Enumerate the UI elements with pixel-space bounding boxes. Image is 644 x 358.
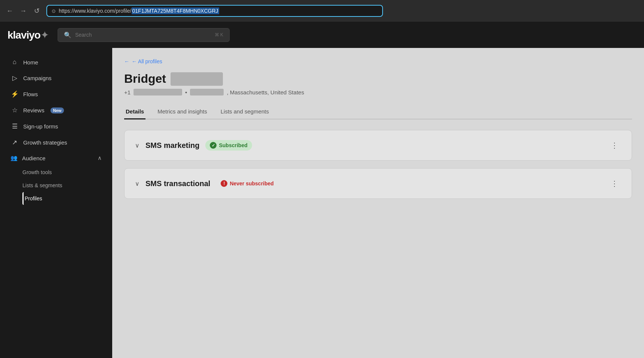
sidebar-item-profiles[interactable]: Profiles: [22, 192, 109, 205]
sms-marketing-card-header[interactable]: ∨ SMS marketing Subscribed ⋮: [125, 130, 632, 160]
sidebar-item-label: Reviews: [23, 107, 45, 113]
profile-name: Bridget: [124, 72, 632, 86]
audience-submenu: Growth tools Lists & segments Profiles: [0, 166, 112, 205]
back-arrow-icon: ←: [124, 58, 129, 64]
meta-separator: •: [185, 89, 187, 95]
profile-tabs: Details Metrics and insights Lists and s…: [124, 104, 632, 119]
card-left: ∨ SMS transactional Never subscribed: [135, 178, 278, 189]
search-input[interactable]: [75, 32, 211, 38]
sidebar-sub-label: Growth tools: [22, 169, 52, 175]
sidebar-sub-label: Profiles: [25, 195, 42, 201]
profile-last-name-blurred: [171, 72, 223, 86]
more-options-button[interactable]: ⋮: [608, 178, 621, 189]
never-subscribed-icon: [221, 180, 227, 187]
search-icon: 🔍: [64, 31, 71, 39]
sms-transactional-card: ∨ SMS transactional Never subscribed ⋮: [124, 168, 632, 199]
back-button[interactable]: ←: [4, 6, 15, 16]
profile-first-name: Bridget: [124, 72, 166, 86]
sidebar-item-growth-strategies[interactable]: ↗ Growth strategies: [3, 135, 109, 150]
address-icon: ⊙: [52, 8, 56, 14]
growth-strategies-icon: ↗: [10, 139, 19, 146]
logo: klaviyo✦: [7, 29, 49, 41]
sidebar-item-label: Home: [23, 59, 38, 66]
profile-location: , Massachusetts, United States: [227, 89, 304, 95]
sidebar-item-lists-segments[interactable]: Lists & segments: [22, 179, 109, 192]
address-bar[interactable]: ⊙ https://www.klaviyo.com/profile/01F1JM…: [46, 5, 383, 17]
more-options-button[interactable]: ⋮: [608, 139, 621, 151]
forward-button[interactable]: →: [18, 6, 28, 16]
home-icon: ⌂: [10, 58, 19, 66]
chevron-down-icon: ∨: [135, 180, 139, 187]
sidebar-item-audience[interactable]: 👥 Audience ∧: [3, 151, 109, 165]
tab-metrics[interactable]: Metrics and insights: [156, 104, 209, 119]
phone-prefix: +1: [124, 89, 131, 95]
address-text: https://www.klaviyo.com/profile/01F1JMTA…: [59, 8, 219, 14]
sms-marketing-card: ∨ SMS marketing Subscribed ⋮: [124, 130, 632, 161]
subscribed-badge: Subscribed: [205, 140, 252, 151]
never-subscribed-badge: Never subscribed: [216, 178, 278, 189]
search-shortcut: ⌘ K: [215, 32, 223, 37]
subscribed-icon: [210, 142, 217, 149]
sms-transactional-card-header[interactable]: ∨ SMS transactional Never subscribed ⋮: [125, 169, 632, 198]
subscribed-label: Subscribed: [219, 142, 247, 148]
search-bar[interactable]: 🔍 ⌘ K: [58, 28, 230, 42]
reload-button[interactable]: ↺: [31, 6, 42, 16]
sidebar-item-home[interactable]: ⌂ Home: [3, 55, 109, 70]
main-layout: ⌂ Home ▷ Campaigns ⚡ Flows ☆ Reviews New…: [0, 48, 644, 358]
chevron-down-icon: ∨: [135, 142, 139, 149]
sidebar-item-signup-forms[interactable]: ☰ Sign-up forms: [3, 119, 109, 134]
sidebar-item-label: Flows: [23, 91, 38, 97]
sidebar-item-growth-tools[interactable]: Growth tools: [22, 166, 109, 179]
chevron-up-icon: ∧: [98, 155, 102, 161]
profile-phone-blurred: [134, 89, 182, 95]
sidebar-item-label: Audience: [22, 155, 46, 161]
audience-icon: 👥: [10, 155, 18, 161]
sidebar-item-campaigns[interactable]: ▷ Campaigns: [3, 70, 109, 86]
sidebar-sub-label: Lists & segments: [22, 182, 62, 188]
campaigns-icon: ▷: [10, 74, 19, 82]
app-header: klaviyo✦ 🔍 ⌘ K: [0, 22, 644, 48]
reviews-badge: New: [50, 107, 64, 113]
sidebar-item-label: Growth strategies: [23, 139, 67, 146]
browser-chrome: ← → ↺ ⊙ https://www.klaviyo.com/profile/…: [0, 0, 644, 22]
tab-details[interactable]: Details: [124, 104, 145, 119]
nav-buttons: ← → ↺: [4, 6, 42, 16]
sms-transactional-title: SMS transactional: [145, 179, 210, 188]
back-link-label: ← All profiles: [132, 58, 162, 64]
sidebar-item-label: Sign-up forms: [23, 123, 58, 130]
flows-icon: ⚡: [10, 90, 19, 98]
card-left: ∨ SMS marketing Subscribed: [135, 140, 252, 151]
profile-header: Bridget +1 • , Massachusetts, United Sta…: [124, 72, 632, 95]
profile-city-blurred: [190, 89, 224, 95]
sms-marketing-title: SMS marketing: [145, 141, 199, 150]
sidebar-item-flows[interactable]: ⚡ Flows: [3, 87, 109, 102]
profile-meta: +1 • , Massachusetts, United States: [124, 89, 632, 95]
audience-left: 👥 Audience: [10, 155, 46, 161]
signup-forms-icon: ☰: [10, 122, 19, 130]
sidebar-item-label: Campaigns: [23, 75, 52, 81]
back-to-profiles-link[interactable]: ← ← All profiles: [124, 58, 632, 64]
reviews-icon: ☆: [10, 106, 19, 114]
content-area: ← ← All profiles Bridget +1 • , Massachu…: [112, 48, 644, 358]
never-subscribed-label: Never subscribed: [230, 180, 274, 186]
sidebar-item-reviews[interactable]: ☆ Reviews New: [3, 103, 109, 118]
tab-lists[interactable]: Lists and segments: [219, 104, 270, 119]
sidebar: ⌂ Home ▷ Campaigns ⚡ Flows ☆ Reviews New…: [0, 48, 112, 358]
content-inner: ← ← All profiles Bridget +1 • , Massachu…: [112, 48, 644, 217]
